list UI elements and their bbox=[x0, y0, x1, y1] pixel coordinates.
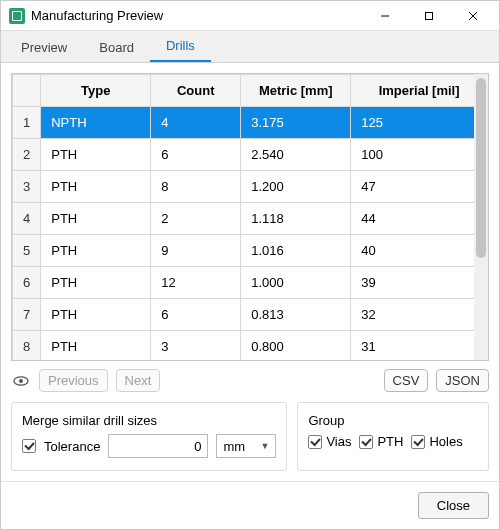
cell-count: 6 bbox=[151, 139, 241, 171]
group-option[interactable]: Vias bbox=[308, 434, 351, 449]
cell-count: 2 bbox=[151, 203, 241, 235]
window-title: Manufacturing Preview bbox=[31, 8, 163, 23]
drill-table: Type Count Metric [mm] Imperial [mil] 1N… bbox=[12, 74, 488, 361]
cell-imperial: 125 bbox=[351, 107, 488, 139]
svg-point-5 bbox=[19, 379, 23, 383]
cell-metric: 0.800 bbox=[241, 331, 351, 362]
group-option[interactable]: PTH bbox=[359, 434, 403, 449]
header-metric[interactable]: Metric [mm] bbox=[241, 75, 351, 107]
cell-imperial: 31 bbox=[351, 331, 488, 362]
tolerance-unit-select[interactable]: mm ▼ bbox=[216, 434, 276, 458]
chevron-down-icon: ▼ bbox=[260, 441, 269, 451]
export-json-button[interactable]: JSON bbox=[436, 369, 489, 392]
row-number: 7 bbox=[13, 299, 41, 331]
table-row[interactable]: 5PTH91.01640 bbox=[13, 235, 488, 267]
cell-type: PTH bbox=[41, 267, 151, 299]
group-legend: Group bbox=[308, 413, 478, 428]
cell-imperial: 44 bbox=[351, 203, 488, 235]
header-imperial[interactable]: Imperial [mil] bbox=[351, 75, 488, 107]
next-button[interactable]: Next bbox=[116, 369, 161, 392]
tab-board[interactable]: Board bbox=[83, 33, 150, 62]
table-row[interactable]: 2PTH62.540100 bbox=[13, 139, 488, 171]
cell-metric: 3.175 bbox=[241, 107, 351, 139]
cell-type: PTH bbox=[41, 171, 151, 203]
cell-imperial: 47 bbox=[351, 171, 488, 203]
row-number: 8 bbox=[13, 331, 41, 362]
cell-metric: 0.813 bbox=[241, 299, 351, 331]
cell-count: 4 bbox=[151, 107, 241, 139]
header-type[interactable]: Type bbox=[41, 75, 151, 107]
cell-type: PTH bbox=[41, 235, 151, 267]
close-button[interactable]: Close bbox=[418, 492, 489, 519]
group-checkbox[interactable] bbox=[308, 435, 322, 449]
tab-drills[interactable]: Drills bbox=[150, 31, 211, 62]
visibility-icon[interactable] bbox=[11, 371, 31, 391]
cell-type: PTH bbox=[41, 203, 151, 235]
group-label: Holes bbox=[429, 434, 462, 449]
window-close-button[interactable] bbox=[451, 1, 495, 31]
table-row[interactable]: 7PTH60.81332 bbox=[13, 299, 488, 331]
group-label: Vias bbox=[326, 434, 351, 449]
group-checkbox[interactable] bbox=[411, 435, 425, 449]
titlebar: Manufacturing Preview bbox=[1, 1, 499, 31]
table-row[interactable]: 4PTH21.11844 bbox=[13, 203, 488, 235]
app-icon bbox=[9, 8, 25, 24]
header-count[interactable]: Count bbox=[151, 75, 241, 107]
row-number: 4 bbox=[13, 203, 41, 235]
tolerance-checkbox[interactable] bbox=[22, 439, 36, 453]
window-maximize-button[interactable] bbox=[407, 1, 451, 31]
cell-count: 12 bbox=[151, 267, 241, 299]
header-rownum bbox=[13, 75, 41, 107]
row-number: 6 bbox=[13, 267, 41, 299]
cell-metric: 1.200 bbox=[241, 171, 351, 203]
previous-button[interactable]: Previous bbox=[39, 369, 108, 392]
footer: Close bbox=[1, 481, 499, 529]
svg-rect-1 bbox=[426, 12, 433, 19]
table-row[interactable]: 1NPTH43.175125 bbox=[13, 107, 488, 139]
table-row[interactable]: 6PTH121.00039 bbox=[13, 267, 488, 299]
cell-count: 6 bbox=[151, 299, 241, 331]
cell-imperial: 100 bbox=[351, 139, 488, 171]
cell-type: NPTH bbox=[41, 107, 151, 139]
group-option[interactable]: Holes bbox=[411, 434, 462, 449]
cell-type: PTH bbox=[41, 299, 151, 331]
tolerance-unit-value: mm bbox=[223, 439, 245, 454]
cell-imperial: 39 bbox=[351, 267, 488, 299]
cell-type: PTH bbox=[41, 331, 151, 362]
row-number: 1 bbox=[13, 107, 41, 139]
row-number: 3 bbox=[13, 171, 41, 203]
tab-preview[interactable]: Preview bbox=[5, 33, 83, 62]
cell-count: 9 bbox=[151, 235, 241, 267]
group-checkbox[interactable] bbox=[359, 435, 373, 449]
cell-imperial: 32 bbox=[351, 299, 488, 331]
tab-bar: Preview Board Drills bbox=[1, 31, 499, 63]
group-groupbox: Group ViasPTHHoles bbox=[297, 402, 489, 471]
window-minimize-button[interactable] bbox=[363, 1, 407, 31]
table-scrollbar[interactable] bbox=[474, 74, 488, 360]
table-row[interactable]: 3PTH81.20047 bbox=[13, 171, 488, 203]
drill-table-container: Type Count Metric [mm] Imperial [mil] 1N… bbox=[11, 73, 489, 361]
tolerance-label: Tolerance bbox=[44, 439, 100, 454]
cell-metric: 2.540 bbox=[241, 139, 351, 171]
tolerance-input[interactable] bbox=[108, 434, 208, 458]
row-number: 5 bbox=[13, 235, 41, 267]
table-row[interactable]: 8PTH30.80031 bbox=[13, 331, 488, 362]
merge-legend: Merge similar drill sizes bbox=[22, 413, 276, 428]
cell-metric: 1.016 bbox=[241, 235, 351, 267]
cell-metric: 1.000 bbox=[241, 267, 351, 299]
row-number: 2 bbox=[13, 139, 41, 171]
export-csv-button[interactable]: CSV bbox=[384, 369, 429, 392]
merge-groupbox: Merge similar drill sizes Tolerance mm ▼ bbox=[11, 402, 287, 471]
cell-type: PTH bbox=[41, 139, 151, 171]
group-label: PTH bbox=[377, 434, 403, 449]
cell-count: 8 bbox=[151, 171, 241, 203]
cell-count: 3 bbox=[151, 331, 241, 362]
cell-metric: 1.118 bbox=[241, 203, 351, 235]
cell-imperial: 40 bbox=[351, 235, 488, 267]
